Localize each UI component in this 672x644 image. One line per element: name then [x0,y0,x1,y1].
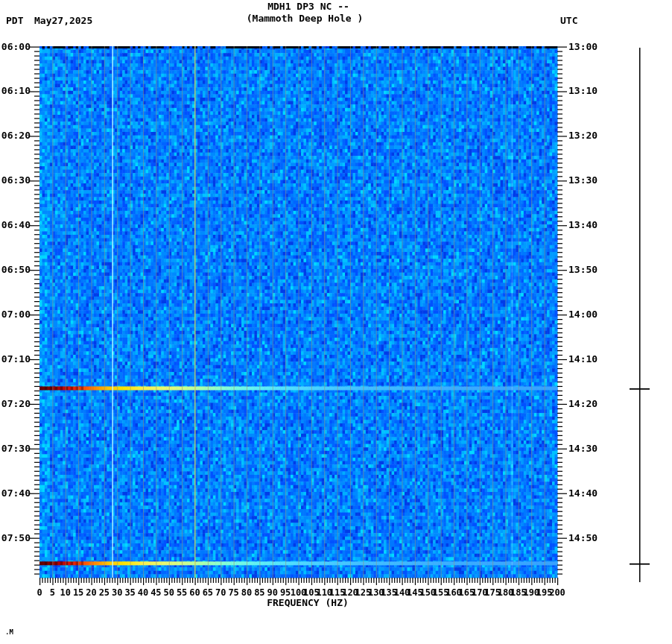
chart-title: MDH1 DP3 NC -- [267,1,349,12]
timezone-right-label: UTC [560,15,577,26]
corner-mark: .M [5,628,13,636]
date-label: May27,2025 [34,15,92,26]
x-axis-title: FREQUENCY (HZ) [267,597,349,608]
spectrogram-canvas [0,0,672,644]
chart-subtitle: (Mammoth Deep Hole ) [247,13,364,24]
timezone-left-label: PDT [6,15,23,26]
